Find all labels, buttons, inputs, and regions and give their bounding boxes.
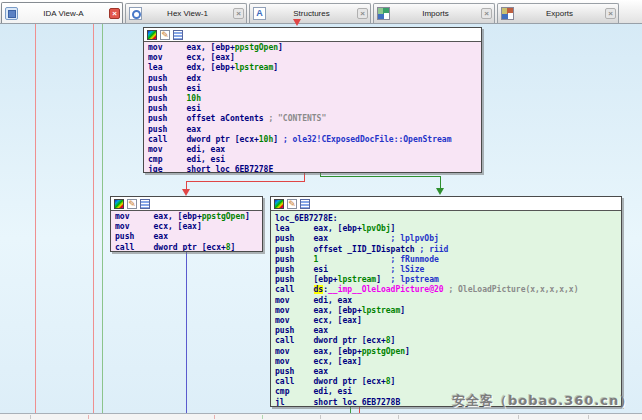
code-line[interactable]: push eax bbox=[115, 232, 262, 242]
tab-close-button[interactable]: × bbox=[357, 8, 368, 19]
scroll-tick bbox=[30, 415, 31, 419]
code-line[interactable]: push eax bbox=[148, 125, 481, 135]
code-line[interactable]: cmp edi, esi bbox=[148, 155, 481, 165]
code-line[interactable]: lea edx, [ebp+lpstream] bbox=[148, 63, 481, 73]
code-line[interactable]: mov edi, eax bbox=[148, 145, 481, 155]
pencil-icon: ✎ bbox=[160, 30, 170, 40]
code-line[interactable]: call dword ptr [ecx+8] bbox=[275, 377, 621, 387]
tab-close-button[interactable]: × bbox=[605, 8, 616, 19]
edge-node1-node3-arrowhead bbox=[436, 188, 444, 195]
scroll-tick bbox=[214, 415, 215, 419]
tab-label: Structures bbox=[266, 9, 357, 18]
code-line[interactable]: push offset aContents ; "CONTENTS" bbox=[148, 114, 481, 124]
code-line[interactable]: push esi ; lSize bbox=[275, 265, 621, 275]
edge-node1-node3 bbox=[320, 176, 441, 177]
edge-node1-node2 bbox=[186, 181, 187, 189]
code-line[interactable]: push eax ; lplpvObj bbox=[275, 234, 621, 244]
code-line[interactable]: mov ecx, [eax] bbox=[275, 357, 621, 367]
node-title-bar[interactable]: ✎ bbox=[271, 197, 621, 211]
pencil-icon: ✎ bbox=[287, 199, 297, 209]
edge-node1-node2 bbox=[186, 181, 305, 182]
code-line[interactable]: mov ecx, [eax] bbox=[275, 316, 621, 326]
code-line[interactable]: push eax bbox=[275, 326, 621, 336]
tab-close-button[interactable]: × bbox=[109, 8, 120, 19]
code-line[interactable]: mov eax, [ebp+lpstream] bbox=[275, 306, 621, 316]
scroll-tick bbox=[88, 415, 89, 419]
scroll-tick bbox=[320, 415, 321, 419]
exports-icon bbox=[501, 7, 514, 20]
graph-node-2[interactable]: ✎mov eax, [ebp+ppstgOpen]mov ecx, [eax]p… bbox=[110, 196, 263, 252]
code-line[interactable]: loc_6EB7278E: bbox=[275, 214, 621, 224]
node-title-bar[interactable]: ✎ bbox=[111, 197, 262, 211]
window-icon bbox=[140, 199, 150, 209]
window-icon bbox=[300, 199, 310, 209]
tab-bar: IDA View-A×Hex View-1×AStructures×Import… bbox=[0, 0, 642, 24]
structures-icon: A bbox=[253, 7, 266, 20]
tab-label: Imports bbox=[390, 9, 481, 18]
code-line[interactable]: call dword ptr [ecx+8] bbox=[275, 336, 621, 346]
ida-window: IDA View-A×Hex View-1×AStructures×Import… bbox=[0, 0, 642, 420]
pencil-icon: ✎ bbox=[127, 199, 137, 209]
tab-hex-view-1[interactable]: Hex View-1× bbox=[125, 3, 247, 23]
code-line[interactable]: call dword ptr [ecx+10h] ; ole32!CExpose… bbox=[148, 135, 481, 145]
code-line[interactable]: mov eax, [ebp+ppstgOpen] bbox=[148, 43, 481, 53]
hex-view-icon bbox=[129, 7, 142, 20]
ida-view-icon bbox=[5, 7, 18, 20]
tab-structures[interactable]: AStructures× bbox=[249, 3, 371, 23]
graph-canvas[interactable]: 安全客（bobao.360.cn） ✎mov eax, [ebp+ppstgOp… bbox=[0, 24, 642, 413]
palette-icon bbox=[274, 199, 284, 209]
tab-imports[interactable]: Imports× bbox=[373, 3, 495, 23]
tab-exports[interactable]: Exports× bbox=[497, 3, 619, 23]
scroll-tick bbox=[518, 415, 519, 419]
tab-label: Exports bbox=[514, 9, 605, 18]
code-line[interactable]: mov eax, [ebp+ppstgOpen] bbox=[275, 347, 621, 357]
edge-passing-green bbox=[102, 24, 103, 413]
code-line[interactable]: push edx bbox=[148, 74, 481, 84]
code-line[interactable]: mov edi, eax bbox=[275, 296, 621, 306]
code-line[interactable]: push 1 ; fRunmode bbox=[275, 255, 621, 265]
edge-passing-red-2 bbox=[93, 24, 94, 413]
edge-node2-exit bbox=[186, 252, 187, 413]
code-line[interactable]: push [ebp+lpstream] ; lpstream bbox=[275, 275, 621, 285]
edge-node3-exit-green bbox=[350, 407, 351, 413]
tab-label: Hex View-1 bbox=[142, 9, 233, 18]
code-line[interactable]: mov ecx, [eax] bbox=[115, 222, 262, 232]
scroll-tick bbox=[588, 415, 589, 419]
watermark: 安全客（bobao.360.cn） bbox=[452, 392, 633, 410]
palette-icon bbox=[114, 199, 124, 209]
bottom-strip bbox=[0, 413, 642, 420]
palette-icon bbox=[147, 30, 157, 40]
window-icon bbox=[173, 30, 183, 40]
edge-node1-node2-arrowhead bbox=[182, 189, 190, 196]
node-title-bar[interactable]: ✎ bbox=[144, 28, 481, 42]
code-line[interactable]: push esi bbox=[148, 84, 481, 94]
code-line[interactable]: call ds:__imp__OleLoadPicture@20 ; OleLo… bbox=[275, 285, 621, 295]
code-line[interactable]: mov ecx, [eax] bbox=[148, 53, 481, 63]
code-line[interactable]: mov eax, [ebp+ppstgOpen] bbox=[115, 212, 262, 222]
code-line[interactable]: push 10h bbox=[148, 94, 481, 104]
imports-icon bbox=[377, 7, 390, 20]
tab-label: IDA View-A bbox=[18, 9, 109, 18]
edge-entry-node1-arrowhead bbox=[293, 19, 301, 26]
code-line[interactable]: push eax bbox=[275, 367, 621, 377]
code-line[interactable]: push esi bbox=[148, 104, 481, 114]
graph-node-3[interactable]: ✎loc_6EB7278E:lea eax, [ebp+lpvObj]push … bbox=[270, 196, 622, 407]
edge-passing-red-1 bbox=[35, 24, 36, 413]
code-line[interactable]: call dword ptr [ecx+8] bbox=[115, 243, 262, 252]
edge-node3-exit-red bbox=[359, 407, 360, 413]
tab-close-button[interactable]: × bbox=[481, 8, 492, 19]
scroll-tick bbox=[262, 415, 263, 419]
code-line[interactable]: lea eax, [ebp+lpvObj] bbox=[275, 224, 621, 234]
graph-node-1[interactable]: ✎mov eax, [ebp+ppstgOpen]mov ecx, [eax]l… bbox=[143, 27, 482, 173]
code-line[interactable]: jge short loc_6EB7278E bbox=[148, 165, 481, 173]
scroll-tick bbox=[398, 415, 399, 419]
code-line[interactable]: push offset _IID_IDispatch ; riid bbox=[275, 245, 621, 255]
tab-ida-view-a[interactable]: IDA View-A× bbox=[1, 2, 123, 23]
tab-close-button[interactable]: × bbox=[233, 8, 244, 19]
